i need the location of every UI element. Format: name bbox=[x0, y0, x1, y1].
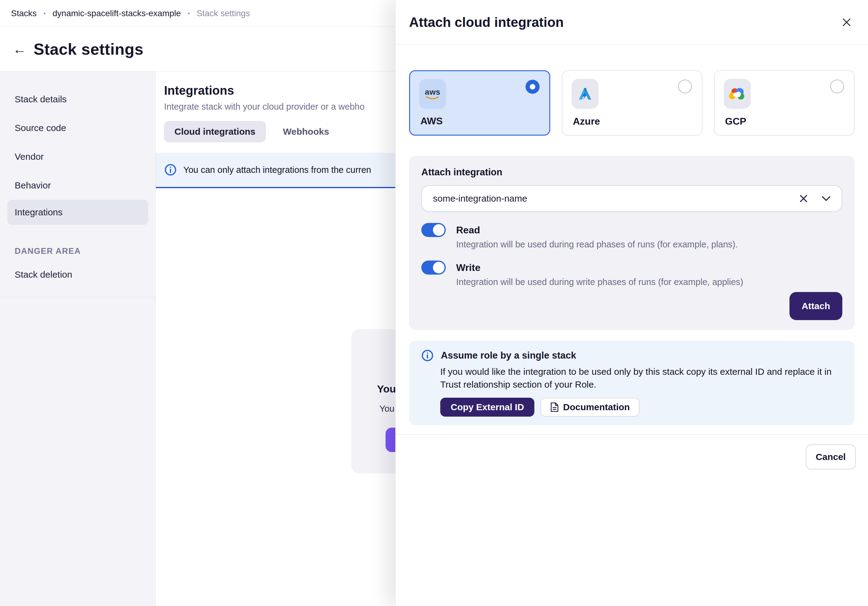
provider-card-aws[interactable]: aws AWS bbox=[409, 70, 550, 136]
danger-area-heading: DANGER AREA bbox=[0, 242, 155, 260]
clear-selection-button[interactable] bbox=[799, 194, 808, 203]
sidebar-item-stack-details[interactable]: Stack details bbox=[0, 85, 155, 114]
assume-role-title: Assume role by a single stack bbox=[441, 350, 576, 361]
breadcrumb-separator: • bbox=[43, 9, 46, 17]
attach-cloud-integration-drawer: Attach cloud integration aws AWS bbox=[395, 0, 868, 606]
aws-radio[interactable] bbox=[525, 80, 539, 94]
aws-label: AWS bbox=[420, 115, 443, 127]
read-toggle-block: Read Integration will be used during rea… bbox=[421, 223, 842, 250]
provider-card-azure[interactable]: Azure bbox=[562, 70, 702, 136]
document-icon bbox=[550, 402, 559, 412]
assume-role-body: If you would like the integration to be … bbox=[440, 365, 842, 391]
empty-state-text: You bbox=[380, 404, 394, 414]
read-toggle-description: Integration will be used during read pha… bbox=[456, 239, 842, 250]
attach-button[interactable]: Attach bbox=[789, 292, 842, 320]
sidebar-item-integrations[interactable]: Integrations bbox=[7, 200, 148, 225]
chevron-down-icon bbox=[822, 196, 831, 201]
azure-logo-tile bbox=[572, 79, 598, 109]
aws-smile-icon bbox=[426, 96, 440, 100]
drawer-header: Attach cloud integration bbox=[396, 0, 868, 45]
back-button[interactable]: ← bbox=[11, 40, 28, 58]
settings-sidebar: Stack details Source code Vendor Behavio… bbox=[0, 71, 156, 606]
gcp-logo-icon bbox=[728, 87, 746, 101]
gcp-logo-tile bbox=[724, 79, 751, 109]
write-toggle[interactable] bbox=[421, 260, 446, 274]
azure-logo-icon bbox=[578, 87, 592, 101]
assume-role-infobox: Assume role by a single stack If you wou… bbox=[409, 341, 854, 425]
breadcrumb-stacks[interactable]: Stacks bbox=[11, 9, 37, 18]
info-banner-text: You can only attach integrations from th… bbox=[183, 165, 371, 175]
copy-external-id-button[interactable]: Copy External ID bbox=[440, 398, 534, 417]
provider-cards: aws AWS Azure bbox=[409, 70, 854, 136]
sidebar-item-behavior[interactable]: Behavior bbox=[0, 171, 155, 200]
empty-state-title: You bbox=[377, 383, 396, 395]
integration-name-input[interactable] bbox=[433, 193, 799, 204]
breadcrumb-separator: • bbox=[188, 9, 190, 17]
read-toggle[interactable] bbox=[421, 223, 446, 237]
tab-cloud-integrations[interactable]: Cloud integrations bbox=[164, 121, 266, 143]
documentation-label: Documentation bbox=[563, 402, 630, 412]
cancel-button[interactable]: Cancel bbox=[806, 445, 856, 470]
read-toggle-label: Read bbox=[456, 225, 480, 236]
attach-integration-label: Attach integration bbox=[421, 167, 842, 178]
aws-logo: aws bbox=[425, 88, 440, 96]
sidebar-divider bbox=[0, 297, 155, 297]
info-icon bbox=[421, 349, 434, 362]
breadcrumb-stack-name[interactable]: dynamic-spacelift-stacks-example bbox=[53, 9, 181, 18]
azure-label: Azure bbox=[573, 116, 600, 127]
gcp-label: GCP bbox=[725, 116, 746, 127]
azure-radio[interactable] bbox=[678, 79, 692, 93]
screen: Stacks • dynamic-spacelift-stacks-exampl… bbox=[0, 0, 868, 606]
breadcrumb: Stacks • dynamic-spacelift-stacks-exampl… bbox=[11, 9, 250, 18]
sidebar-item-source-code[interactable]: Source code bbox=[0, 114, 155, 143]
dropdown-toggle-button[interactable] bbox=[822, 196, 831, 201]
close-button[interactable] bbox=[839, 14, 854, 30]
breadcrumb-current: Stack settings bbox=[197, 9, 250, 18]
aws-logo-tile: aws bbox=[419, 79, 446, 109]
integration-select[interactable] bbox=[421, 185, 842, 212]
sidebar-item-vendor[interactable]: Vendor bbox=[0, 143, 155, 171]
write-toggle-label: Write bbox=[456, 262, 480, 273]
attach-form-panel: Attach integration bbox=[409, 156, 854, 330]
back-arrow-icon: ← bbox=[13, 42, 26, 57]
provider-card-gcp[interactable]: GCP bbox=[714, 70, 854, 136]
drawer-title: Attach cloud integration bbox=[409, 15, 564, 30]
drawer-footer: Cancel bbox=[396, 434, 868, 470]
info-icon bbox=[164, 164, 177, 176]
close-icon bbox=[841, 17, 852, 28]
gcp-radio[interactable] bbox=[830, 79, 844, 93]
sidebar-item-stack-deletion[interactable]: Stack deletion bbox=[0, 260, 155, 289]
clear-x-icon bbox=[799, 194, 808, 203]
write-toggle-description: Integration will be used during write ph… bbox=[456, 277, 842, 287]
write-toggle-block: Write Integration will be used during wr… bbox=[421, 260, 842, 287]
page-title: Stack settings bbox=[34, 40, 144, 58]
tab-webhooks[interactable]: Webhooks bbox=[273, 121, 339, 143]
documentation-button[interactable]: Documentation bbox=[541, 398, 639, 417]
